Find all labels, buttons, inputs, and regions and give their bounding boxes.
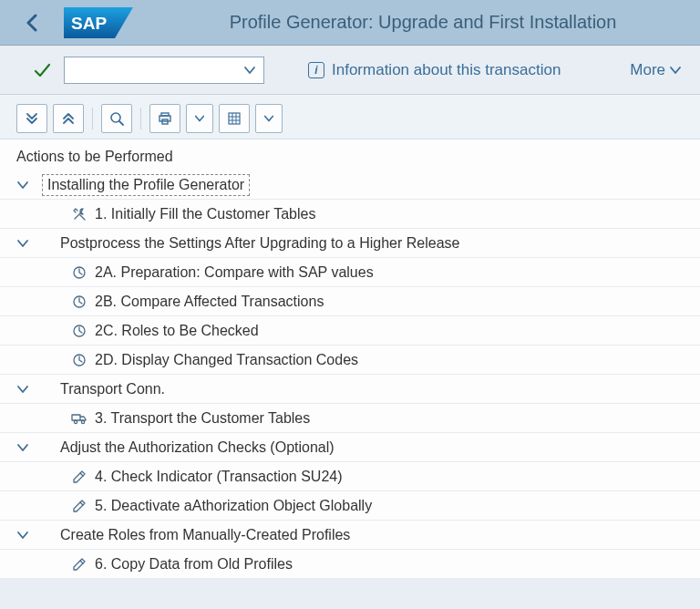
- search-icon: [109, 111, 124, 126]
- command-dropdown[interactable]: [64, 57, 264, 84]
- tree-leaf[interactable]: 2C. Roles to Be Checked: [0, 316, 700, 346]
- info-transaction-link[interactable]: i Information about this transaction: [308, 61, 561, 79]
- chevron-down-icon: [669, 66, 682, 75]
- tree-leaf[interactable]: 5. Deactivate aAthorization Object Globa…: [0, 491, 700, 521]
- tree-panel: Actions to be Performed Installing the P…: [0, 139, 700, 579]
- chevron-down-icon: [16, 181, 35, 190]
- tree-leaf-label: 2B. Compare Affected Transactions: [95, 294, 324, 310]
- clock-icon: [71, 324, 88, 338]
- tree-leaf[interactable]: 4. Check Indicator (Transaction SU24): [0, 462, 700, 491]
- tree-node[interactable]: Installing the Profile Generator: [0, 170, 700, 200]
- print-button[interactable]: [149, 104, 180, 133]
- clock-icon: [71, 265, 88, 280]
- tree-leaf-label: 5. Deactivate aAthorization Object Globa…: [95, 498, 372, 514]
- svg-point-12: [81, 420, 84, 423]
- chevron-left-icon: [26, 14, 38, 32]
- tree-node-label: Adjust the Authorization Checks (Optiona…: [42, 439, 335, 456]
- expand-all-button[interactable]: [16, 104, 47, 133]
- truck-icon: [71, 411, 88, 426]
- icon-toolbar: [0, 95, 700, 139]
- tree-leaf-label: 6. Copy Data from Old Profiles: [95, 556, 293, 573]
- tree-heading: Actions to be Performed: [0, 145, 700, 170]
- tree-node[interactable]: Postprocess the Settings After Upgrading…: [0, 229, 700, 258]
- tools-icon: [71, 207, 88, 222]
- tree-node[interactable]: Create Roles from Manually-Created Profi…: [0, 521, 700, 550]
- tree-leaf[interactable]: 2A. Preparation: Compare with SAP values: [0, 258, 700, 287]
- chevron-down-icon: [16, 239, 35, 248]
- search-button[interactable]: [101, 104, 132, 133]
- tree-leaf[interactable]: 6. Copy Data from Old Profiles: [0, 550, 700, 579]
- chevron-down-icon: [16, 531, 35, 540]
- page-title: Profile Generator: Upgrade and First Ins…: [162, 12, 684, 33]
- tree-node[interactable]: Transport Conn.: [0, 375, 700, 404]
- tree-leaf-label: 2C. Roles to Be Checked: [95, 323, 259, 339]
- tree-leaf-label: 2A. Preparation: Compare with SAP values: [95, 264, 374, 281]
- tree-leaf[interactable]: 2D. Display Changed Transaction Codes: [0, 346, 700, 375]
- clock-icon: [71, 294, 88, 309]
- chevron-down-icon: [263, 114, 274, 123]
- tree-node-label: Installing the Profile Generator: [42, 174, 250, 196]
- tree-node-label: Create Roles from Manually-Created Profi…: [42, 527, 350, 543]
- tree-node-label: Postprocess the Settings After Upgrading…: [42, 235, 459, 252]
- clock-icon: [71, 353, 88, 367]
- chevron-down-icon: [16, 443, 35, 452]
- pencil-icon: [71, 470, 88, 484]
- tree-leaf[interactable]: 3. Transport the Customer Tables: [0, 404, 700, 433]
- sap-logo: SAP: [64, 5, 135, 40]
- tree-leaf-label: 4. Check Indicator (Transaction SU24): [95, 469, 343, 485]
- svg-point-11: [74, 420, 77, 423]
- info-icon: i: [308, 62, 324, 78]
- svg-rect-5: [229, 113, 240, 124]
- chevron-down-icon: [194, 114, 205, 123]
- tree-leaf[interactable]: 2B. Compare Affected Transactions: [0, 287, 700, 316]
- back-button[interactable]: [16, 14, 47, 32]
- tree-leaf[interactable]: 1. Initially Fill the Customer Tables: [0, 200, 700, 229]
- double-chevron-down-icon: [25, 111, 39, 126]
- info-link-label: Information about this transaction: [332, 61, 561, 79]
- tree-node[interactable]: Adjust the Authorization Checks (Optiona…: [0, 433, 700, 462]
- printer-icon: [158, 111, 172, 126]
- chevron-down-icon: [16, 385, 35, 394]
- grid-icon: [227, 111, 242, 126]
- grid-dropdown[interactable]: [255, 104, 283, 133]
- tree-node-label: Transport Conn.: [42, 381, 165, 397]
- chevron-down-icon: [243, 66, 256, 75]
- print-dropdown[interactable]: [186, 104, 213, 133]
- tree-leaf-label: 3. Transport the Customer Tables: [95, 410, 310, 427]
- collapse-all-button[interactable]: [53, 104, 84, 133]
- more-label: More: [630, 61, 665, 79]
- tree-leaf-label: 2D. Display Changed Transaction Codes: [95, 352, 358, 368]
- sub-toolbar: i Information about this transaction Mor…: [0, 46, 700, 95]
- tree-leaf-label: 1. Initially Fill the Customer Tables: [95, 206, 315, 222]
- pencil-icon: [71, 557, 88, 572]
- ok-check-icon[interactable]: [33, 61, 51, 79]
- svg-text:SAP: SAP: [71, 14, 107, 33]
- double-chevron-up-icon: [61, 111, 76, 126]
- svg-rect-3: [160, 116, 170, 121]
- grid-button[interactable]: [219, 104, 250, 133]
- more-menu[interactable]: More: [630, 61, 682, 79]
- svg-rect-10: [72, 415, 80, 420]
- app-header: SAP Profile Generator: Upgrade and First…: [0, 0, 700, 46]
- pencil-icon: [71, 499, 88, 513]
